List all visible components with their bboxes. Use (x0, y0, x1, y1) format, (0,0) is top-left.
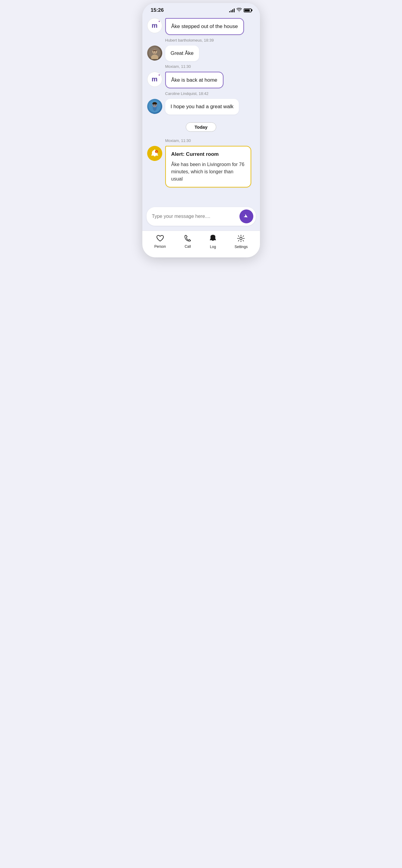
status-icons (229, 8, 252, 13)
gear-icon (237, 235, 245, 244)
sender-label: Moxiam, 11:30 (165, 64, 255, 69)
send-button[interactable]: ➤ (239, 210, 253, 223)
moxiam-avatar-inner: m (149, 74, 160, 85)
alert-bubble: Alert: Current room Åke has been in Livi… (165, 146, 251, 187)
list-item: Great Åke (147, 45, 255, 61)
message-bubble: Åke stepped out of the house (165, 18, 244, 35)
svg-point-5 (155, 51, 156, 52)
moxiam-avatar-inner: m (149, 20, 160, 31)
list-item: I hope you had a great walk (147, 99, 255, 115)
nav-label-call: Call (184, 244, 191, 249)
today-label: Today (186, 122, 216, 132)
send-icon: ➤ (242, 213, 250, 221)
sender-label: Caroline Lindquist, 18:42 (165, 91, 255, 96)
svg-point-10 (155, 104, 156, 105)
bottom-nav: Person Call Log (142, 230, 260, 257)
message-bubble: I hope you had a great walk (165, 99, 239, 115)
avatar (147, 45, 162, 61)
status-time: 15:26 (151, 7, 164, 13)
today-divider: Today (147, 122, 255, 132)
status-bar: 15:26 (142, 3, 260, 15)
svg-text:!: ! (156, 151, 156, 153)
bell-icon (209, 235, 216, 244)
phone-icon (184, 235, 191, 243)
nav-label-log: Log (210, 245, 216, 249)
sender-label: Moxiam, 11:30 (165, 138, 255, 143)
message-text: Åke is back at home (171, 77, 218, 83)
nav-label-person: Person (154, 244, 166, 249)
input-bar: ➤ (142, 204, 260, 230)
phone-frame: 15:26 (142, 3, 260, 257)
message-bubble: Great Åke (165, 45, 199, 61)
nav-item-settings[interactable]: Settings (235, 235, 248, 249)
message-text: Great Åke (171, 50, 194, 56)
svg-point-9 (153, 104, 154, 105)
nav-label-settings: Settings (235, 245, 248, 249)
heart-icon (156, 235, 164, 243)
alert-title: Alert: Current room (171, 151, 245, 158)
message-bubble: Åke is back at home (165, 72, 224, 89)
nav-item-call[interactable]: Call (184, 235, 191, 249)
list-item: m Åke is back at home (147, 72, 255, 89)
avatar: ! (147, 146, 162, 161)
nav-item-log[interactable]: Log (209, 235, 216, 249)
svg-point-4 (153, 51, 154, 52)
input-row: ➤ (147, 207, 256, 226)
chat-area: m Åke stepped out of the house Hubert ba… (142, 15, 260, 204)
battery-icon (244, 8, 252, 12)
sender-label: Hubert bartholomeus, 18:39 (165, 38, 255, 42)
list-item: ! Alert: Current room Åke has been in Li… (147, 146, 255, 187)
signal-icon (229, 8, 235, 12)
message-text: I hope you had a great walk (171, 104, 234, 110)
wifi-icon (236, 8, 242, 13)
nav-item-person[interactable]: Person (154, 235, 166, 249)
avatar: m (147, 72, 162, 87)
message-input[interactable] (152, 214, 239, 219)
alert-body: Åke has been in Livingroom for 76 minute… (171, 161, 245, 183)
list-item: m Åke stepped out of the house (147, 18, 255, 35)
message-text: Åke stepped out of the house (171, 24, 238, 29)
svg-point-13 (240, 237, 242, 240)
avatar: m (147, 18, 162, 33)
avatar (147, 99, 162, 114)
